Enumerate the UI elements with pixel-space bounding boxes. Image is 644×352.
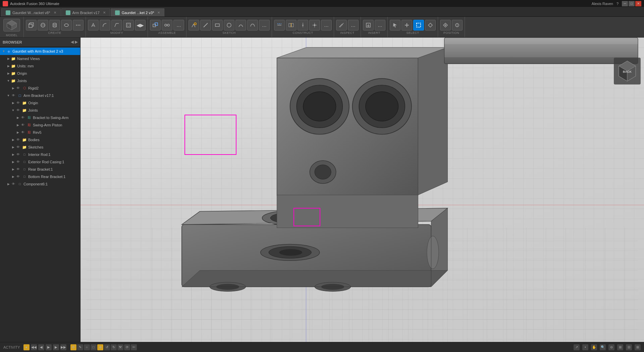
tree-joints[interactable]: ▼ 📁 Joints bbox=[0, 77, 80, 84]
close-button[interactable]: ✕ bbox=[635, 1, 641, 6]
modify-fillet-btn[interactable] bbox=[100, 20, 110, 31]
create-sphere-btn[interactable] bbox=[38, 20, 48, 31]
tree-arrow-bodies[interactable]: ▶ bbox=[11, 137, 15, 143]
assemble-more-btn[interactable]: … bbox=[173, 20, 184, 31]
sketch-create-btn[interactable] bbox=[189, 20, 199, 31]
construct-point-btn[interactable] bbox=[309, 20, 320, 31]
bottom-display-btn[interactable]: ⊞ bbox=[617, 344, 623, 350]
modify-press-btn[interactable] bbox=[88, 20, 99, 31]
tree-arrow-ab-origin[interactable]: ▶ bbox=[11, 100, 15, 106]
tree-arrow-interior-rod[interactable]: ▶ bbox=[11, 152, 15, 158]
tree-interior-rod[interactable]: ▶ 👁 □ Interior Rod:1 bbox=[0, 151, 80, 158]
bottom-zoom-in-btn[interactable]: 🔍 bbox=[600, 344, 606, 350]
activity-play-btn[interactable]: ▶ bbox=[46, 344, 52, 350]
tree-arrow-joints[interactable]: ▼ bbox=[6, 78, 11, 84]
tree-arrow-origin[interactable]: ▶ bbox=[6, 70, 11, 76]
bottom-zoom-out-btn[interactable]: ⊖ bbox=[608, 344, 614, 350]
sketch-line-btn[interactable] bbox=[200, 20, 211, 31]
construct-more-btn[interactable]: … bbox=[321, 20, 332, 31]
tree-arm-bracket[interactable]: ▼ 👁 □ Arm Bracket v17:1 bbox=[0, 92, 80, 99]
activity-icon-7[interactable]: ↻ bbox=[111, 344, 117, 350]
create-box-btn[interactable] bbox=[26, 20, 37, 31]
tree-ab-joints[interactable]: ▼ 👁 📁 Joints bbox=[0, 107, 80, 114]
tree-bottom-rear[interactable]: ▶ 👁 □ Bottom Rear Bracket:1 bbox=[0, 173, 80, 180]
activity-icon-6[interactable]: ↺ bbox=[104, 344, 110, 350]
tree-bodies[interactable]: ▶ 👁 📁 Bodies bbox=[0, 136, 80, 143]
maximize-button[interactable]: □ bbox=[629, 1, 635, 6]
construct-midplane-btn[interactable] bbox=[286, 20, 297, 31]
select-a-btn[interactable] bbox=[390, 20, 400, 31]
tab-close[interactable]: ✕ bbox=[157, 11, 160, 14]
insert-btn[interactable] bbox=[363, 20, 374, 31]
create-cyl-btn[interactable] bbox=[49, 20, 60, 31]
activity-icon-8[interactable]: ⚒ bbox=[117, 344, 123, 350]
assemble-new-btn[interactable] bbox=[150, 20, 161, 31]
tab-gauntlet-v3[interactable]: Gauntlet ...ket 2 v3* ✕ bbox=[111, 8, 165, 16]
viewport[interactable]: BACK bbox=[80, 38, 644, 342]
tree-arrow-swing-arm[interactable]: ▶ bbox=[15, 122, 20, 128]
minimize-button[interactable]: ─ bbox=[622, 1, 628, 6]
model-view-cube[interactable] bbox=[3, 19, 20, 32]
activity-icon-4[interactable]: □ bbox=[91, 344, 97, 350]
tree-arrow-rigid2[interactable]: ▶ bbox=[11, 85, 15, 91]
modify-more-btn[interactable]: ◀▶ bbox=[135, 20, 146, 31]
sketch-arc-btn[interactable] bbox=[235, 20, 246, 31]
tree-arrow-bracket-swing[interactable]: ▶ bbox=[15, 115, 20, 121]
position-a-btn[interactable] bbox=[440, 20, 451, 31]
inspect-measure-btn[interactable] bbox=[336, 20, 347, 31]
view-cube[interactable]: BACK bbox=[614, 58, 641, 84]
activity-next-step-btn[interactable]: ▶ bbox=[53, 344, 59, 350]
modify-shell-btn[interactable] bbox=[123, 20, 134, 31]
activity-icon-3[interactable]: ○ bbox=[84, 344, 90, 350]
tree-root[interactable]: ▼ ◈ Gauntlet with Arm Bracket 2 v3 bbox=[0, 48, 80, 55]
bottom-pan-btn[interactable]: ✋ bbox=[591, 344, 597, 350]
tree-origin[interactable]: ▶ 📁 Origin bbox=[0, 70, 80, 77]
insert-more-btn[interactable]: … bbox=[375, 20, 385, 31]
tree-arrow-exterior-rod[interactable]: ▶ bbox=[11, 159, 15, 165]
bottom-snap-btn[interactable]: ⊞ bbox=[635, 344, 641, 350]
position-b-btn[interactable] bbox=[452, 20, 463, 31]
modify-chamfer-btn[interactable] bbox=[111, 20, 122, 31]
tree-arrow-component6[interactable]: ▶ bbox=[6, 181, 11, 187]
browser-collapse-btn[interactable]: ◀ bbox=[71, 40, 73, 44]
tree-arrow-ab-joints[interactable]: ▼ bbox=[11, 107, 15, 113]
activity-icon-9[interactable]: ⟳ bbox=[124, 344, 130, 350]
activity-prev-step-btn[interactable]: ◀ bbox=[38, 344, 44, 350]
tree-component6[interactable]: ▶ 👁 □ Component6:1 bbox=[0, 180, 80, 188]
tab-gauntlet-v8[interactable]: Gauntlet W...racket v8* ✕ bbox=[1, 8, 61, 16]
select-b-btn[interactable] bbox=[401, 20, 412, 31]
tree-rigid2[interactable]: ▶ 👁 ⬡ Rigid2 bbox=[0, 84, 80, 92]
tree-arrow-root[interactable]: ▼ bbox=[1, 48, 6, 54]
activity-record-btn[interactable]: ● bbox=[23, 344, 30, 350]
help-icon[interactable]: ? bbox=[616, 2, 619, 6]
tree-arrow-units[interactable]: ▶ bbox=[6, 63, 11, 69]
tree-bracket-swing[interactable]: ▶ 👁 ⛓ Bracket to Swing-Arm bbox=[0, 114, 80, 121]
tree-arrow-rev5[interactable]: ▶ bbox=[15, 129, 20, 135]
tree-ab-origin[interactable]: ▶ 👁 📁 Origin bbox=[0, 99, 80, 107]
bottom-dot-btn[interactable]: • bbox=[582, 344, 588, 350]
tree-sketches[interactable]: ▶ 👁 📁 Sketches bbox=[0, 143, 80, 151]
sketch-rect-btn[interactable] bbox=[212, 20, 223, 31]
tree-swing-arm[interactable]: ▶ 👁 ⛓ Swing-Arm Piston bbox=[0, 121, 80, 129]
tree-exterior-rod[interactable]: ▶ 👁 □ Exterior Rod Casing:1 bbox=[0, 158, 80, 166]
tree-units[interactable]: ▶ 📁 Units: mm bbox=[0, 62, 80, 70]
browser-expand-btn[interactable]: ▶ bbox=[75, 40, 77, 44]
bottom-cursor-btn[interactable]: ↗ bbox=[574, 344, 580, 350]
sketch-curve-btn[interactable] bbox=[247, 20, 258, 31]
inspect-more-btn[interactable]: … bbox=[348, 20, 359, 31]
assemble-joint-btn[interactable] bbox=[162, 20, 172, 31]
bottom-grid-btn[interactable]: ⊟ bbox=[626, 344, 632, 350]
tree-rear-bracket[interactable]: ▶ 👁 □ Rear Bracket:1 bbox=[0, 166, 80, 173]
activity-icon-10[interactable]: ✄ bbox=[131, 344, 137, 350]
activity-icon-1[interactable]: ⚙ bbox=[70, 344, 76, 350]
activity-icon-2[interactable]: ✎ bbox=[77, 344, 83, 350]
tab-close[interactable]: ✕ bbox=[103, 11, 106, 14]
tree-named-views[interactable]: ▶ 📁 Named Views bbox=[0, 55, 80, 62]
tree-arrow-arm-bracket[interactable]: ▼ bbox=[6, 93, 11, 99]
tree-rev5[interactable]: ▶ 👁 ⛓ Rev5 bbox=[0, 129, 80, 136]
select-d-btn[interactable] bbox=[425, 20, 436, 31]
tab-arm-bracket[interactable]: Arm Bracket v17 ✕ bbox=[61, 8, 110, 16]
activity-icon-5[interactable]: ⊕ bbox=[97, 344, 103, 350]
tree-arrow-sketches[interactable]: ▶ bbox=[11, 144, 15, 150]
tree-arrow-rear-bracket[interactable]: ▶ bbox=[11, 166, 15, 172]
